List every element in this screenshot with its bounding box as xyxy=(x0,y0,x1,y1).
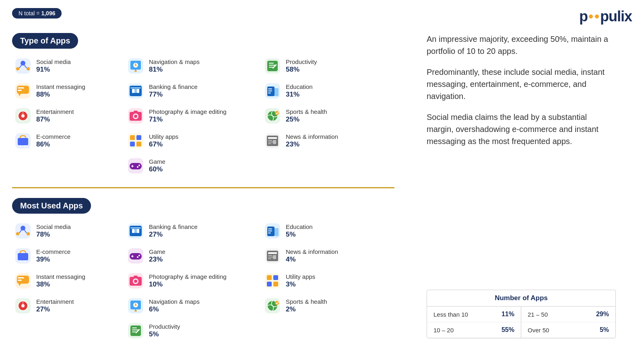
app-name: Entertainment xyxy=(36,108,74,115)
app-item: Education31% xyxy=(262,79,374,103)
app-item: News & information4% xyxy=(262,244,374,268)
app-item: Banking & finance27% xyxy=(125,219,262,243)
app-item: Productivity58% xyxy=(262,54,374,78)
app-name: Entertainment xyxy=(36,298,74,305)
app-item: Game23% xyxy=(125,244,262,268)
app-name: Banking & finance xyxy=(149,83,198,91)
app-column: Navigation & maps81%Banking & finance77%… xyxy=(125,54,262,177)
app-name: Social media xyxy=(36,223,71,231)
app-pct: 77% xyxy=(149,91,198,99)
app-item: Instant messaging38% xyxy=(12,269,125,293)
app-name: Education xyxy=(286,223,313,231)
app-pct: 23% xyxy=(149,255,165,264)
app-name: Photography & image editing xyxy=(149,108,227,115)
app-icon-productivity xyxy=(126,321,145,340)
type-of-apps-section: Type of Apps Social media91%Instant mess… xyxy=(12,29,407,181)
app-name: Game xyxy=(149,158,165,165)
cell-label: 10 – 20 xyxy=(433,327,454,334)
page-container: N total = 1,096 p pulix Type of Apps Soc… xyxy=(0,0,644,342)
app-pct: 87% xyxy=(36,115,74,124)
app-item: News & information23% xyxy=(262,129,374,152)
app-name: Sports & health xyxy=(286,298,327,305)
app-icon-entertainment xyxy=(14,107,32,125)
apps-table-cell: Less than 1011% xyxy=(427,307,521,322)
app-icon-utility xyxy=(126,132,145,150)
app-icon-productivity xyxy=(263,57,282,75)
app-pct: 5% xyxy=(286,231,313,239)
app-pct: 4% xyxy=(286,255,338,264)
app-icon-instant-messaging xyxy=(14,272,32,290)
app-item: Entertainment27% xyxy=(12,294,125,317)
app-item: Photography & image editing10% xyxy=(125,269,262,293)
apps-table-cell: 21 – 5029% xyxy=(521,307,615,322)
app-name: Productivity xyxy=(149,323,180,330)
app-pct: 3% xyxy=(286,280,315,288)
app-item: Navigation & maps6% xyxy=(125,294,262,317)
apps-table-cell: 10 – 2055% xyxy=(427,322,521,338)
logo-dot-2 xyxy=(595,14,599,19)
header-row: N total = 1,096 p pulix xyxy=(12,8,632,25)
app-icon-navigation xyxy=(126,297,145,315)
app-pct: 60% xyxy=(149,165,165,173)
app-pct: 71% xyxy=(149,115,227,124)
cell-pct: 5% xyxy=(600,326,609,334)
apps-table-container: Number of Apps Less than 1011%21 – 5029%… xyxy=(427,290,616,338)
insight-2: Predominantly, these include social medi… xyxy=(427,66,616,102)
app-name: Social media xyxy=(36,58,71,66)
insight-3: Social media claims the lead by a substa… xyxy=(427,111,616,147)
app-icon-banking xyxy=(126,222,145,240)
app-icon-photography xyxy=(126,272,145,290)
type-of-apps-grid: Social media91%Instant messaging88%Enter… xyxy=(12,54,407,177)
app-item: Game60% xyxy=(125,154,262,177)
app-name: Utility apps xyxy=(286,273,315,280)
app-name: Instant messaging xyxy=(36,83,85,91)
app-item: Social media91% xyxy=(12,54,125,78)
app-pct: 25% xyxy=(286,115,327,124)
left-panel: Type of Apps Social media91%Instant mess… xyxy=(12,29,407,342)
app-column: Productivity58%Education31%Sports & heal… xyxy=(262,54,374,177)
app-item: Banking & finance77% xyxy=(125,79,262,103)
logo-p: p xyxy=(579,8,588,25)
app-pct: 10% xyxy=(149,280,227,288)
cell-pct: 55% xyxy=(502,326,514,334)
app-item: Social media78% xyxy=(12,219,125,243)
logo: p pulix xyxy=(579,8,632,25)
app-pct: 58% xyxy=(286,66,317,74)
app-pct: 86% xyxy=(36,140,70,148)
app-icon-utility xyxy=(263,272,282,290)
app-name: Instant messaging xyxy=(36,273,85,280)
cell-pct: 11% xyxy=(502,311,514,318)
app-name: News & information xyxy=(286,248,338,255)
app-icon-banking xyxy=(126,82,145,100)
app-pct: 88% xyxy=(36,91,85,99)
app-icon-navigation xyxy=(126,57,145,75)
app-pct: 67% xyxy=(149,140,178,148)
n-total-badge: N total = 1,096 xyxy=(12,8,62,19)
app-icon-sports xyxy=(263,297,282,315)
app-pct: 78% xyxy=(36,231,71,239)
app-name: Banking & finance xyxy=(149,223,198,231)
most-used-apps-grid: Social media78%E-commerce39%Instant mess… xyxy=(12,219,407,342)
app-icon-social-media xyxy=(14,57,32,75)
apps-table-cell: Over 505% xyxy=(521,322,615,338)
app-item: Sports & health2% xyxy=(262,294,374,317)
insight-1: An impressive majority, exceeding 50%, m… xyxy=(427,33,616,57)
most-used-apps-section: Most Used Apps Social media78%E-commerce… xyxy=(12,194,407,342)
app-item: E-commerce86% xyxy=(12,129,125,152)
app-column: Social media91%Instant messaging88%Enter… xyxy=(12,54,125,177)
app-icon-game xyxy=(126,157,145,175)
most-used-apps-badge: Most Used Apps xyxy=(12,198,91,214)
app-icon-entertainment xyxy=(14,297,32,315)
app-column: Social media78%E-commerce39%Instant mess… xyxy=(12,219,125,342)
app-name: E-commerce xyxy=(36,133,70,140)
app-name: News & information xyxy=(286,133,338,140)
app-name: Game xyxy=(149,248,165,255)
app-pct: 31% xyxy=(286,91,313,99)
cell-label: 21 – 50 xyxy=(528,311,548,318)
app-item: Utility apps3% xyxy=(262,269,374,293)
app-item: Education5% xyxy=(262,219,374,243)
app-pct: 91% xyxy=(36,66,71,74)
app-icon-sports xyxy=(263,107,282,125)
type-of-apps-badge: Type of Apps xyxy=(12,33,78,49)
app-icon-ecommerce xyxy=(14,132,32,150)
